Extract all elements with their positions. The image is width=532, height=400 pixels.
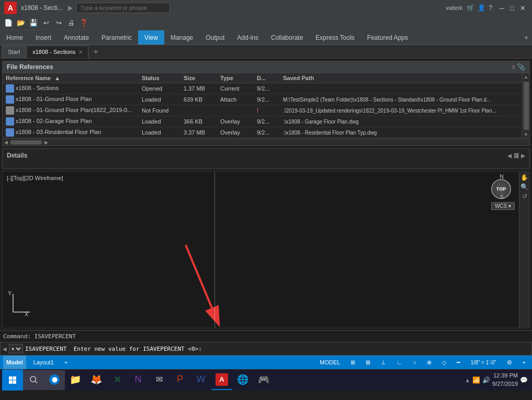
- settings-button[interactable]: ⚙: [504, 355, 515, 369]
- maximize-button[interactable]: □: [507, 3, 517, 13]
- polar-button[interactable]: ∟: [393, 355, 405, 369]
- menu-output[interactable]: Output: [199, 30, 231, 45]
- tab-start[interactable]: Start: [2, 46, 26, 58]
- print-button[interactable]: 🖨: [66, 18, 76, 28]
- file-references-title: File References: [7, 63, 53, 71]
- show-hidden-button[interactable]: ▲: [465, 377, 470, 383]
- save-button[interactable]: 💾: [28, 18, 39, 28]
- hscroll-left-button[interactable]: ◀: [3, 140, 9, 145]
- col-date[interactable]: D...: [254, 73, 280, 83]
- open-file-button[interactable]: 📂: [16, 18, 26, 28]
- taskbar-outlook[interactable]: ✉: [149, 370, 169, 390]
- details-minimize-button[interactable]: ◀: [507, 153, 512, 159]
- taskbar-word[interactable]: W: [190, 370, 211, 390]
- details-close-button[interactable]: ▶: [521, 153, 525, 159]
- tool-zoom[interactable]: 🔍: [520, 183, 528, 191]
- table-row[interactable]: x1808 - 01-Ground Floor Plan Loaded 639 …: [3, 94, 529, 105]
- menu-insert[interactable]: Insert: [29, 30, 58, 45]
- menu-parametric[interactable]: Parametric: [95, 30, 138, 45]
- hscroll-right-button[interactable]: ▶: [43, 140, 50, 145]
- breadcrumb-arrow: ▶: [68, 4, 73, 12]
- viewport-tools: ✋ 🔍 ↺: [519, 172, 529, 328]
- new-tab-button[interactable]: +: [89, 46, 102, 58]
- network-icon[interactable]: 📶: [472, 376, 480, 384]
- table-row[interactable]: x1808 - 03-Residential Floor Plan Loaded…: [3, 127, 529, 138]
- dynin-button[interactable]: ◇: [439, 355, 449, 369]
- osnap-button[interactable]: ○: [410, 355, 420, 369]
- taskbar-onenote[interactable]: N: [128, 370, 149, 390]
- table-row[interactable]: x1808 - 01-Ground Floor Plan|1822_2019-0…: [3, 105, 529, 116]
- menu-collaborate[interactable]: Collaborate: [265, 30, 309, 45]
- panel-options-button[interactable]: ≡: [512, 63, 515, 71]
- horizontal-scrollbar[interactable]: ◀ ▶: [3, 138, 529, 146]
- cortana-icon: ⬤: [49, 374, 60, 385]
- viewport[interactable]: [-][Top][2D Wireframe] N TOP S WCS ▾ ✋ 🔍…: [2, 171, 530, 328]
- cart-icon[interactable]: 🛒: [467, 4, 474, 12]
- search-input[interactable]: [76, 3, 170, 13]
- menu-addins[interactable]: Add-ins: [231, 30, 265, 45]
- scroll-thumb[interactable]: [524, 82, 529, 130]
- taskbar-excel[interactable]: ✕: [107, 370, 128, 390]
- taskbar-browser[interactable]: 🌐: [232, 370, 253, 390]
- tab-close-button[interactable]: ✕: [78, 49, 83, 55]
- help-qa-button[interactable]: ❓: [78, 18, 89, 28]
- snap-button[interactable]: ⊠: [363, 355, 373, 369]
- menu-featured-apps[interactable]: Featured Apps: [361, 30, 414, 45]
- user-icon[interactable]: 👤: [478, 4, 485, 12]
- otrack-button[interactable]: ⊕: [424, 355, 435, 369]
- close-button[interactable]: ✕: [517, 3, 528, 13]
- new-file-button[interactable]: 📄: [3, 18, 14, 28]
- menu-view[interactable]: View: [138, 30, 164, 45]
- menu-annotate[interactable]: Annotate: [58, 30, 95, 45]
- ortho-button[interactable]: ⊥: [378, 355, 389, 369]
- plus-button[interactable]: +: [519, 355, 529, 369]
- taskbar-cortana[interactable]: ⬤: [44, 370, 65, 390]
- tab-x1808-sections[interactable]: x1808 - Sections ✕: [27, 46, 88, 58]
- col-status[interactable]: Status: [139, 73, 180, 83]
- linewidth-button[interactable]: ━: [454, 355, 463, 369]
- help-icon[interactable]: ?: [489, 4, 492, 12]
- taskbar-autocad[interactable]: A: [211, 370, 232, 390]
- col-size[interactable]: Size: [180, 73, 217, 83]
- menu-express-tools[interactable]: Express Tools: [309, 30, 360, 45]
- hscroll-thumb[interactable]: [10, 140, 42, 145]
- scroll-up-button[interactable]: ▲: [523, 73, 529, 81]
- menu-home[interactable]: Home: [0, 30, 29, 45]
- table-scrollbar[interactable]: ▲ ▼: [522, 73, 529, 138]
- notification-button[interactable]: 💬: [520, 376, 528, 384]
- svg-point-8: [30, 376, 36, 382]
- browser-icon: 🌐: [237, 374, 248, 385]
- clock-display[interactable]: 12:39 PM 9/27/2019: [492, 372, 518, 388]
- taskbar-powerpoint[interactable]: P: [169, 370, 190, 390]
- taskbar-search[interactable]: [23, 370, 44, 390]
- scroll-down-button[interactable]: ▼: [523, 131, 529, 138]
- tool-pan[interactable]: ✋: [520, 174, 528, 181]
- col-type[interactable]: Type: [217, 73, 254, 83]
- model-tab[interactable]: Model: [3, 355, 26, 369]
- undo-button[interactable]: ↩: [41, 18, 51, 28]
- expand-ribbon-button[interactable]: ▾: [525, 34, 528, 41]
- cmd-dropdown[interactable]: ▾: [9, 344, 23, 353]
- start-button[interactable]: [2, 370, 23, 391]
- taskbar-explorer[interactable]: 📁: [65, 370, 86, 390]
- volume-icon[interactable]: 🔊: [482, 376, 490, 384]
- command-input[interactable]: [25, 346, 529, 352]
- taskbar-firefox[interactable]: 🦊: [86, 370, 107, 390]
- model-mode-button[interactable]: MODEL: [316, 355, 343, 369]
- add-layout-button[interactable]: +: [61, 355, 71, 369]
- minimize-button[interactable]: ─: [496, 3, 507, 13]
- grid-button[interactable]: ⊞: [347, 355, 358, 369]
- taskbar-game[interactable]: 🎮: [253, 370, 274, 390]
- panel-attach-button[interactable]: 📎: [517, 63, 525, 71]
- scale-display[interactable]: 1/8" = 1'-0": [468, 355, 500, 369]
- wcs-button[interactable]: WCS ▾: [491, 202, 515, 210]
- col-saved-path[interactable]: Saved Path: [280, 73, 529, 83]
- redo-button[interactable]: ↪: [53, 18, 64, 28]
- table-row[interactable]: x1808 - 02-Garage Floor Plan Loaded 366 …: [3, 116, 529, 127]
- menu-manage[interactable]: Manage: [164, 30, 199, 45]
- table-row[interactable]: x1808 - Sections Opened 1.37 MB Current …: [3, 83, 529, 94]
- details-image-button[interactable]: 🖼: [514, 153, 519, 159]
- layout1-tab[interactable]: Layout1: [30, 355, 57, 369]
- col-reference-name[interactable]: Reference Name ▲: [3, 73, 139, 83]
- tool-orbit[interactable]: ↺: [522, 193, 527, 200]
